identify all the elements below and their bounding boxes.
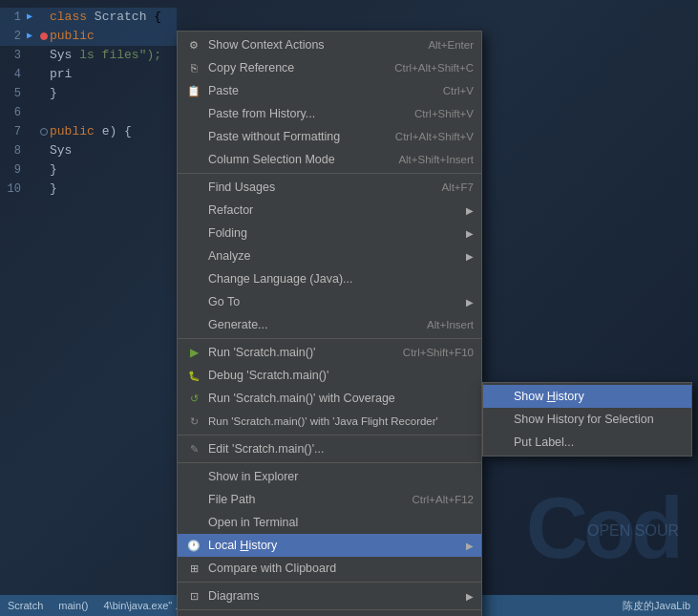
menu-shortcut-file-path: Ctrl+Alt+F12 <box>412 494 474 505</box>
menu-item-show-explorer[interactable]: Show in Explorer <box>178 465 481 488</box>
menu-label-run-flight: Run 'Scratch.main()' with 'Java Flight R… <box>208 415 474 427</box>
menu-item-generate[interactable]: Generate... Alt+Insert <box>178 313 481 336</box>
menu-item-paste[interactable]: 📋 Paste Ctrl+V <box>178 79 481 102</box>
separator-3 <box>178 435 481 435</box>
show-history-icon <box>491 388 508 405</box>
menu-item-code-scan[interactable]: ✓ 编码规约扫描 Ctrl+Alt+Shift+J <box>178 612 481 616</box>
line-number-2: 2 <box>4 27 27 46</box>
menu-label-copy-reference: Copy Reference <box>208 61 387 74</box>
gear-icon: ⚙ <box>185 36 202 53</box>
menu-shortcut-column-select: Alt+Shift+Insert <box>398 154 474 165</box>
menu-item-refactor[interactable]: Refactor ▶ <box>178 199 481 222</box>
menu-item-local-history[interactable]: 🕐 Local History ▶ <box>178 534 481 557</box>
submenu-local-history: Show History Show History for Selection … <box>482 382 692 457</box>
folding-arrow: ▶ <box>466 228 474 239</box>
menu-shortcut-copy-reference: Ctrl+Alt+Shift+C <box>394 62 474 74</box>
submenu-label-show-history-selection: Show History for Selection <box>514 413 684 426</box>
status-filename: Scratch <box>8 600 43 611</box>
explorer-icon <box>185 468 202 485</box>
debug-icon: 🐛 <box>185 367 202 384</box>
history-icon: 🕐 <box>185 537 202 554</box>
analyze-arrow: ▶ <box>466 251 474 262</box>
line-number-9: 9 <box>4 160 27 180</box>
menu-item-show-context[interactable]: ⚙ Show Context Actions Alt+Enter <box>178 33 481 56</box>
menu-label-find-usages: Find Usages <box>208 181 434 194</box>
code-line-7: 7 public e) { <box>0 122 177 141</box>
menu-item-go-to[interactable]: Go To ▶ <box>178 290 481 313</box>
menu-item-run-flight[interactable]: ↻ Run 'Scratch.main()' with 'Java Flight… <box>178 410 481 433</box>
menu-item-paste-history[interactable]: Paste from History... Ctrl+Shift+V <box>178 102 481 125</box>
separator-4 <box>178 462 481 463</box>
code-line-3: 3 Sys ls files"); <box>0 46 177 65</box>
menu-label-edit-scratch: Edit 'Scratch.main()'... <box>208 442 474 456</box>
status-context: main() <box>58 600 88 611</box>
menu-item-file-path[interactable]: File Path Ctrl+Alt+F12 <box>178 488 481 511</box>
menu-label-paste: Paste <box>208 84 435 97</box>
code-line-8: 8 Sys <box>0 141 177 160</box>
menu-label-file-path: File Path <box>208 493 404 506</box>
line-code-8: Sys <box>50 141 72 160</box>
diagrams-arrow: ▶ <box>466 591 474 602</box>
line-code-10: } <box>50 180 57 199</box>
menu-label-run-scratch: Run 'Scratch.main()' <box>208 346 395 359</box>
menu-label-show-context: Show Context Actions <box>208 38 420 52</box>
line-code-1: class Scratch { <box>50 8 161 27</box>
menu-item-compare-clipboard[interactable]: ⊞ Compare with Clipboard <box>178 557 481 580</box>
line-number-3: 3 <box>4 46 27 65</box>
put-label-icon <box>491 434 508 451</box>
menu-shortcut-paste-history: Ctrl+Shift+V <box>414 108 474 119</box>
menu-label-change-language: Change Language (Java)... <box>208 272 474 286</box>
menu-shortcut-find-usages: Alt+F7 <box>441 181 474 193</box>
menu-item-change-language[interactable]: Change Language (Java)... <box>178 267 481 290</box>
submenu-label-show-history: Show History <box>514 390 684 403</box>
menu-item-paste-no-format[interactable]: Paste without Formatting Ctrl+Alt+Shift+… <box>178 125 481 148</box>
menu-item-find-usages[interactable]: Find Usages Alt+F7 <box>178 176 481 199</box>
editor-background: Cod OPEN SOUR 1 ▶ class Scratch { 2 ▶ pu… <box>0 0 698 616</box>
line-code-3: Sys ls files"); <box>50 46 161 65</box>
menu-label-run-coverage: Run 'Scratch.main()' with Coverage <box>208 392 474 405</box>
menu-shortcut-run-scratch: Ctrl+Shift+F10 <box>403 347 474 358</box>
menu-label-local-history: Local History <box>208 539 462 552</box>
code-editor: 1 ▶ class Scratch { 2 ▶ public 3 Sys ls … <box>0 0 177 206</box>
edit-icon: ✎ <box>185 440 202 457</box>
context-menu: ⚙ Show Context Actions Alt+Enter ⎘ Copy … <box>177 31 482 616</box>
menu-label-compare-clipboard: Compare with Clipboard <box>208 562 474 575</box>
menu-item-debug-scratch[interactable]: 🐛 Debug 'Scratch.main()' <box>178 364 481 387</box>
menu-item-folding[interactable]: Folding ▶ <box>178 222 481 244</box>
code-line-10: 10 } <box>0 180 177 199</box>
menu-shortcut-generate: Alt+Insert <box>427 319 474 330</box>
menu-item-column-select[interactable]: Column Selection Mode Alt+Shift+Insert <box>178 148 481 171</box>
code-line-2: 2 ▶ public <box>0 27 177 46</box>
line-number-1: 1 <box>4 8 27 27</box>
submenu-item-put-label[interactable]: Put Label... <box>483 431 691 454</box>
line-number-5: 5 <box>4 84 27 103</box>
submenu-item-show-history-selection[interactable]: Show History for Selection <box>483 408 691 431</box>
menu-shortcut-paste: Ctrl+V <box>443 85 474 96</box>
run-flight-icon: ↻ <box>185 413 202 430</box>
menu-label-paste-no-format: Paste without Formatting <box>208 130 388 143</box>
menu-label-go-to: Go To <box>208 295 462 308</box>
menu-item-analyze[interactable]: Analyze ▶ <box>178 244 481 267</box>
line-number-4: 4 <box>4 65 27 84</box>
menu-item-copy-reference[interactable]: ⎘ Copy Reference Ctrl+Alt+Shift+C <box>178 56 481 79</box>
menu-shortcut-show-context: Alt+Enter <box>428 39 474 51</box>
code-line-6: 6 <box>0 103 177 122</box>
line-dot-2 <box>40 32 50 40</box>
compare-icon: ⊞ <box>185 560 202 577</box>
menu-item-run-coverage[interactable]: ↺ Run 'Scratch.main()' with Coverage <box>178 387 481 410</box>
line-number-8: 8 <box>4 141 27 160</box>
separator-6 <box>178 609 481 610</box>
menu-shortcut-paste-no-format: Ctrl+Alt+Shift+V <box>395 131 474 142</box>
menu-item-edit-scratch[interactable]: ✎ Edit 'Scratch.main()'... <box>178 437 481 460</box>
submenu-item-show-history[interactable]: Show History <box>483 385 691 408</box>
run-icon: ▶ <box>185 344 202 361</box>
menu-item-open-terminal[interactable]: Open in Terminal <box>178 511 481 534</box>
line-dot-7 <box>40 128 50 136</box>
menu-item-diagrams[interactable]: ⊡ Diagrams ▶ <box>178 584 481 607</box>
line-code-7: public e) { <box>50 122 132 141</box>
menu-label-open-terminal: Open in Terminal <box>208 516 474 529</box>
menu-item-run-scratch[interactable]: ▶ Run 'Scratch.main()' Ctrl+Shift+F10 <box>178 341 481 364</box>
submenu-label-put-label: Put Label... <box>514 435 684 449</box>
local-history-arrow: ▶ <box>466 541 474 551</box>
line-arrow-2: ▶ <box>27 27 40 46</box>
